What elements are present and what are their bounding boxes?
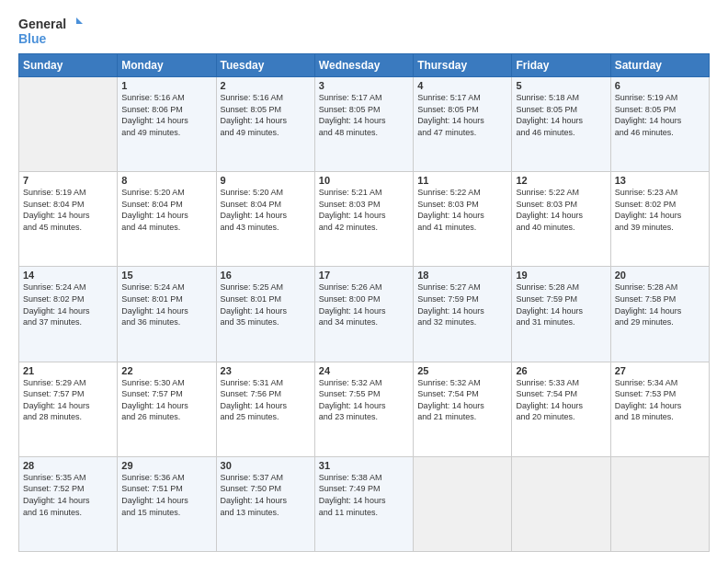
- header: General Blue: [18, 15, 710, 46]
- day-cell: 30Sunrise: 5:37 AMSunset: 7:50 PMDayligh…: [216, 456, 314, 551]
- day-cell: 8Sunrise: 5:20 AMSunset: 8:04 PMDaylight…: [118, 172, 216, 267]
- day-info: Sunrise: 5:38 AMSunset: 7:49 PMDaylight:…: [319, 472, 409, 518]
- logo-svg: General Blue: [18, 15, 83, 46]
- week-row-5: 28Sunrise: 5:35 AMSunset: 7:52 PMDayligh…: [19, 456, 710, 551]
- day-info: Sunrise: 5:33 AMSunset: 7:54 PMDaylight:…: [516, 377, 606, 423]
- day-number: 27: [615, 365, 705, 376]
- day-info: Sunrise: 5:28 AMSunset: 7:58 PMDaylight:…: [615, 282, 705, 327]
- day-number: 28: [23, 460, 113, 471]
- header-cell-monday: Monday: [118, 54, 216, 77]
- day-info: Sunrise: 5:26 AMSunset: 8:00 PMDaylight:…: [319, 282, 409, 327]
- day-number: 15: [121, 270, 211, 281]
- logo: General Blue: [18, 15, 83, 46]
- calendar-body: 1Sunrise: 5:16 AMSunset: 8:06 PMDaylight…: [19, 77, 710, 552]
- day-number: 6: [615, 80, 705, 91]
- day-number: 16: [221, 270, 311, 281]
- week-row-4: 21Sunrise: 5:29 AMSunset: 7:57 PMDayligh…: [19, 362, 710, 456]
- day-cell: [512, 456, 610, 551]
- day-number: 1: [121, 80, 211, 91]
- svg-text:General: General: [18, 17, 66, 31]
- day-cell: [19, 77, 118, 172]
- day-number: 3: [319, 80, 409, 91]
- day-number: 20: [615, 270, 705, 281]
- day-cell: 15Sunrise: 5:24 AMSunset: 8:01 PMDayligh…: [118, 267, 216, 362]
- day-info: Sunrise: 5:21 AMSunset: 8:03 PMDaylight:…: [319, 187, 409, 233]
- day-info: Sunrise: 5:22 AMSunset: 8:03 PMDaylight:…: [417, 187, 507, 233]
- day-cell: 31Sunrise: 5:38 AMSunset: 7:49 PMDayligh…: [314, 456, 413, 551]
- calendar-table: SundayMondayTuesdayWednesdayThursdayFrid…: [18, 53, 710, 552]
- day-info: Sunrise: 5:32 AMSunset: 7:54 PMDaylight:…: [417, 377, 507, 423]
- day-cell: 24Sunrise: 5:32 AMSunset: 7:55 PMDayligh…: [314, 362, 413, 456]
- day-cell: 21Sunrise: 5:29 AMSunset: 7:57 PMDayligh…: [19, 362, 118, 456]
- day-cell: [610, 456, 709, 551]
- day-cell: 14Sunrise: 5:24 AMSunset: 8:02 PMDayligh…: [19, 267, 118, 362]
- day-cell: 18Sunrise: 5:27 AMSunset: 7:59 PMDayligh…: [414, 267, 512, 362]
- day-info: Sunrise: 5:19 AMSunset: 8:05 PMDaylight:…: [615, 92, 705, 138]
- day-number: 22: [121, 365, 211, 376]
- day-cell: 19Sunrise: 5:28 AMSunset: 7:59 PMDayligh…: [512, 267, 610, 362]
- day-number: 5: [516, 80, 606, 91]
- day-cell: [414, 456, 512, 551]
- day-cell: 9Sunrise: 5:20 AMSunset: 8:04 PMDaylight…: [216, 172, 314, 267]
- day-number: 9: [221, 175, 311, 186]
- day-number: 26: [516, 365, 606, 376]
- day-cell: 27Sunrise: 5:34 AMSunset: 7:53 PMDayligh…: [610, 362, 709, 456]
- svg-text:Blue: Blue: [18, 31, 47, 46]
- day-number: 24: [319, 365, 409, 376]
- day-info: Sunrise: 5:17 AMSunset: 8:05 PMDaylight:…: [319, 92, 409, 138]
- day-cell: 20Sunrise: 5:28 AMSunset: 7:58 PMDayligh…: [610, 267, 709, 362]
- day-cell: 11Sunrise: 5:22 AMSunset: 8:03 PMDayligh…: [414, 172, 512, 267]
- day-cell: 5Sunrise: 5:18 AMSunset: 8:05 PMDaylight…: [512, 77, 610, 172]
- header-cell-sunday: Sunday: [19, 54, 118, 77]
- day-number: 17: [319, 270, 409, 281]
- day-info: Sunrise: 5:35 AMSunset: 7:52 PMDaylight:…: [23, 472, 113, 518]
- day-number: 7: [23, 175, 113, 186]
- calendar-header: SundayMondayTuesdayWednesdayThursdayFrid…: [19, 54, 710, 77]
- day-number: 25: [417, 365, 507, 376]
- day-info: Sunrise: 5:22 AMSunset: 8:03 PMDaylight:…: [516, 187, 606, 233]
- day-cell: 6Sunrise: 5:19 AMSunset: 8:05 PMDaylight…: [610, 77, 709, 172]
- day-number: 12: [516, 175, 606, 186]
- day-number: 18: [417, 270, 507, 281]
- day-number: 10: [319, 175, 409, 186]
- day-info: Sunrise: 5:27 AMSunset: 7:59 PMDaylight:…: [417, 282, 507, 327]
- header-cell-tuesday: Tuesday: [216, 54, 314, 77]
- day-info: Sunrise: 5:24 AMSunset: 8:01 PMDaylight:…: [121, 282, 211, 327]
- day-cell: 7Sunrise: 5:19 AMSunset: 8:04 PMDaylight…: [19, 172, 118, 267]
- header-cell-thursday: Thursday: [414, 54, 512, 77]
- day-info: Sunrise: 5:34 AMSunset: 7:53 PMDaylight:…: [615, 377, 705, 423]
- day-cell: 10Sunrise: 5:21 AMSunset: 8:03 PMDayligh…: [314, 172, 413, 267]
- day-cell: 23Sunrise: 5:31 AMSunset: 7:56 PMDayligh…: [216, 362, 314, 456]
- day-number: 29: [121, 460, 211, 471]
- day-info: Sunrise: 5:24 AMSunset: 8:02 PMDaylight:…: [23, 282, 113, 327]
- day-info: Sunrise: 5:31 AMSunset: 7:56 PMDaylight:…: [221, 377, 311, 423]
- day-number: 21: [23, 365, 113, 376]
- day-info: Sunrise: 5:25 AMSunset: 8:01 PMDaylight:…: [221, 282, 311, 327]
- day-info: Sunrise: 5:29 AMSunset: 7:57 PMDaylight:…: [23, 377, 113, 423]
- week-row-1: 1Sunrise: 5:16 AMSunset: 8:06 PMDaylight…: [19, 77, 710, 172]
- day-info: Sunrise: 5:20 AMSunset: 8:04 PMDaylight:…: [121, 187, 211, 233]
- day-cell: 13Sunrise: 5:23 AMSunset: 8:02 PMDayligh…: [610, 172, 709, 267]
- day-info: Sunrise: 5:16 AMSunset: 8:05 PMDaylight:…: [221, 92, 311, 138]
- day-number: 2: [221, 80, 311, 91]
- day-number: 13: [615, 175, 705, 186]
- week-row-3: 14Sunrise: 5:24 AMSunset: 8:02 PMDayligh…: [19, 267, 710, 362]
- day-cell: 28Sunrise: 5:35 AMSunset: 7:52 PMDayligh…: [19, 456, 118, 551]
- day-cell: 17Sunrise: 5:26 AMSunset: 8:00 PMDayligh…: [314, 267, 413, 362]
- day-info: Sunrise: 5:23 AMSunset: 8:02 PMDaylight:…: [615, 187, 705, 233]
- day-cell: 3Sunrise: 5:17 AMSunset: 8:05 PMDaylight…: [314, 77, 413, 172]
- day-info: Sunrise: 5:32 AMSunset: 7:55 PMDaylight:…: [319, 377, 409, 423]
- day-cell: 25Sunrise: 5:32 AMSunset: 7:54 PMDayligh…: [414, 362, 512, 456]
- day-number: 11: [417, 175, 507, 186]
- day-number: 4: [417, 80, 507, 91]
- day-info: Sunrise: 5:19 AMSunset: 8:04 PMDaylight:…: [23, 187, 113, 233]
- page: General Blue SundayMondayTuesdayWednesda…: [0, 0, 728, 563]
- day-number: 8: [121, 175, 211, 186]
- day-info: Sunrise: 5:36 AMSunset: 7:51 PMDaylight:…: [121, 472, 211, 518]
- week-row-2: 7Sunrise: 5:19 AMSunset: 8:04 PMDaylight…: [19, 172, 710, 267]
- day-number: 31: [319, 460, 409, 471]
- day-number: 23: [221, 365, 311, 376]
- header-cell-wednesday: Wednesday: [314, 54, 413, 77]
- header-row: SundayMondayTuesdayWednesdayThursdayFrid…: [19, 54, 710, 77]
- day-number: 14: [23, 270, 113, 281]
